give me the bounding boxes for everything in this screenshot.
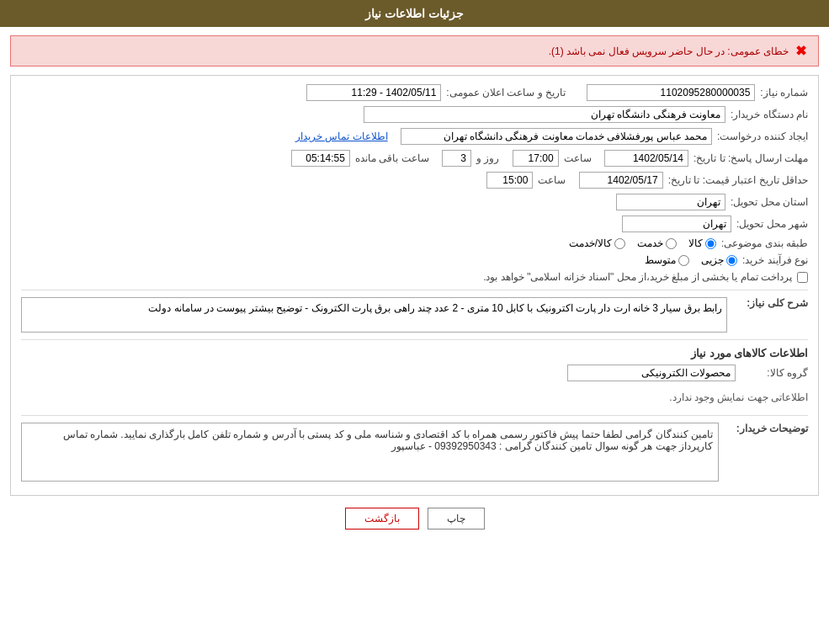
mohlet-saat-label: ساعت	[564, 152, 592, 164]
pardakht-label: پرداخت تمام یا بخشی از مبلغ خرید،از محل …	[483, 271, 792, 283]
farayand-motavaset[interactable]: متوسط	[645, 254, 689, 266]
farayand-motavaset-label: متوسط	[645, 254, 676, 266]
mohlet-rooz-label: روز و	[476, 152, 499, 164]
row-tozihat: توضیحات خریدار: تامین کنندگان گرامی لطفا…	[21, 423, 808, 482]
namdastgah-input[interactable]	[364, 106, 725, 123]
mohlet-label: مهلت ارسال پاسخ: تا تاریخ:	[693, 152, 808, 164]
row-tabaqe: طبقه بندی موضوعی: کالا خدمت کالا/خدمت	[21, 237, 808, 249]
row-sharh: شرح کلی نیاز: رابط برق سیار 3 خانه ارت د…	[21, 297, 808, 333]
no-info-text: اطلاعاتی جهت نمایش وجود ندارد.	[21, 386, 808, 408]
tabaqe-khedmat-radio[interactable]	[666, 238, 677, 249]
farayand-jozii-label: جزیی	[701, 254, 724, 266]
tabaqe-khedmat-label: خدمت	[637, 237, 663, 249]
tarikh-input[interactable]	[306, 84, 441, 101]
page-wrapper: جزئیات اطلاعات نیاز ✖ خطای عمومی: در حال…	[0, 0, 829, 644]
ostan-label: استان محل تحویل:	[731, 196, 808, 208]
error-bar: ✖ خطای عمومی: در حال حاضر سرویس فعال نمی…	[10, 35, 819, 67]
farayand-jozii-radio[interactable]	[726, 255, 737, 266]
error-icon: ✖	[795, 43, 806, 59]
back-button[interactable]: بازگشت	[345, 508, 419, 530]
shomara-niaz-label: شماره نیاز:	[760, 87, 808, 98]
tabaqe-kala-label: کالا	[688, 237, 703, 249]
shomara-niaz-input[interactable]	[587, 84, 755, 101]
row-ostan: استان محل تحویل:	[21, 194, 808, 210]
tabaqe-khedmat[interactable]: خدمت	[637, 237, 677, 249]
tabaqe-kala-khedmat[interactable]: کالا/خدمت	[569, 237, 625, 249]
mohlet-saatbaghi-input[interactable]	[291, 150, 350, 167]
kalaha-title: اطلاعات کالاهای مورد نیاز	[21, 347, 808, 359]
mohlet-rooz-input[interactable]	[442, 150, 471, 167]
row-hadaqal: حداقل تاریخ اعتبار قیمت: تا تاریخ: ساعت	[21, 172, 808, 189]
hadaqal-saat-label: ساعت	[538, 174, 566, 186]
bottom-buttons: چاپ بازگشت	[0, 508, 829, 530]
hadaqal-saat-input[interactable]	[486, 172, 533, 189]
mohlet-saatbaghi-label: ساعت باقی مانده	[355, 152, 429, 164]
tabaqe-label: طبقه بندی موضوعی:	[721, 237, 808, 249]
print-button[interactable]: چاپ	[428, 508, 485, 530]
main-card: شماره نیاز: تاریخ و ساعت اعلان عمومی: نا…	[10, 75, 819, 496]
tabaqe-radio-group: کالا خدمت کالا/خدمت	[569, 237, 716, 249]
row-pardakht: پرداخت تمام یا بخشی از مبلغ خرید،از محل …	[21, 271, 808, 283]
farayand-radio-group: جزیی متوسط	[645, 254, 737, 266]
sharh-content: رابط برق سیار 3 خانه ارت دار پارت اکترون…	[21, 297, 727, 333]
sharh-label: شرح کلی نیاز:	[732, 297, 808, 309]
page-title: جزئیات اطلاعات نیاز	[365, 7, 464, 20]
ijad-input[interactable]	[401, 128, 712, 145]
tabaqe-kala[interactable]: کالا	[688, 237, 716, 249]
tabaqe-kala-khedmat-radio[interactable]	[614, 238, 625, 249]
grohe-label: گروه کالا:	[741, 367, 808, 379]
row-namdastgah: نام دستگاه خریدار:	[21, 106, 808, 123]
shahr-input[interactable]	[622, 216, 731, 232]
farayand-motavaset-radio[interactable]	[678, 255, 689, 266]
page-header: جزئیات اطلاعات نیاز	[0, 0, 829, 27]
tarikh-label: تاریخ و ساعت اعلان عمومی:	[446, 87, 566, 98]
grohe-input[interactable]	[567, 365, 736, 381]
ostan-input[interactable]	[616, 194, 725, 210]
row-ijad: ایجاد کننده درخواست: اطلاعات تماس خریدار	[21, 128, 808, 145]
row-shomara-tarikh: شماره نیاز: تاریخ و ساعت اعلان عمومی:	[21, 84, 808, 101]
farayand-jozii[interactable]: جزیی	[701, 254, 737, 266]
tozihat-label: توضیحات خریدار:	[724, 423, 808, 434]
error-message: خطای عمومی: در حال حاضر سرویس فعال نمی ب…	[549, 45, 789, 57]
tabaqe-kala-radio[interactable]	[705, 238, 716, 249]
mohlet-saat-input[interactable]	[513, 150, 559, 167]
pardakht-checkbox[interactable]	[797, 272, 808, 283]
ijad-label: ایجاد کننده درخواست:	[717, 130, 808, 142]
tabaqe-kala-khedmat-label: کالا/خدمت	[569, 237, 612, 249]
ettelaat-tamas-link[interactable]: اطلاعات تماس خریدار	[295, 130, 388, 142]
mohlet-date-input[interactable]	[604, 150, 688, 167]
hadaqal-date-input[interactable]	[579, 172, 663, 189]
row-shahr: شهر محل تحویل:	[21, 216, 808, 232]
farayand-label: نوع فرآیند خرید:	[742, 254, 808, 266]
hadaqal-label: حداقل تاریخ اعتبار قیمت: تا تاریخ:	[668, 174, 808, 186]
row-grohe: گروه کالا:	[21, 365, 808, 381]
namdastgah-label: نام دستگاه خریدار:	[731, 109, 808, 120]
tozihat-content: تامین کنندگان گرامی لطفا حتما پیش فاکتور…	[21, 423, 719, 482]
row-mohlet: مهلت ارسال پاسخ: تا تاریخ: ساعت روز و سا…	[21, 150, 808, 167]
row-farayand: نوع فرآیند خرید: جزیی متوسط	[21, 254, 808, 266]
shahr-label: شهر محل تحویل:	[736, 218, 808, 230]
